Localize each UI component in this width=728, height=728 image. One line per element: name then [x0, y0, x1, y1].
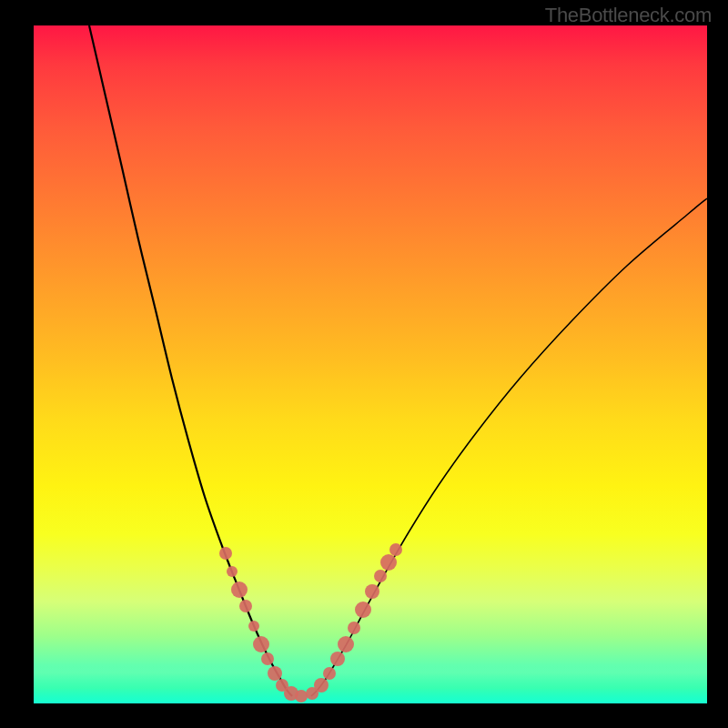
- marker-dot: [261, 652, 274, 665]
- curve-left-branch: [89, 25, 292, 696]
- marker-dot: [268, 666, 282, 681]
- marker-dot: [231, 581, 248, 598]
- marker-dot: [338, 636, 354, 652]
- marker-dot: [348, 622, 360, 634]
- marker-dot: [380, 554, 397, 571]
- marker-dot: [365, 584, 379, 599]
- chart-frame: TheBottleneck.com: [0, 0, 728, 728]
- curve-svg: [34, 25, 707, 703]
- marker-dot: [227, 566, 238, 577]
- marker-dot: [330, 652, 345, 666]
- marker-dot: [253, 636, 269, 652]
- watermark-text: TheBottleneck.com: [545, 4, 712, 27]
- marker-dot: [248, 621, 259, 632]
- marker-dot: [239, 600, 252, 612]
- marker-dot: [355, 602, 371, 618]
- marker-dot: [323, 667, 336, 680]
- curve-right-branch: [311, 198, 707, 696]
- marker-dot: [374, 570, 387, 582]
- marker-dot: [389, 543, 402, 556]
- plot-area: [34, 25, 707, 703]
- marker-dot: [314, 678, 329, 693]
- marker-dot: [295, 690, 308, 703]
- marker-dot: [219, 547, 232, 560]
